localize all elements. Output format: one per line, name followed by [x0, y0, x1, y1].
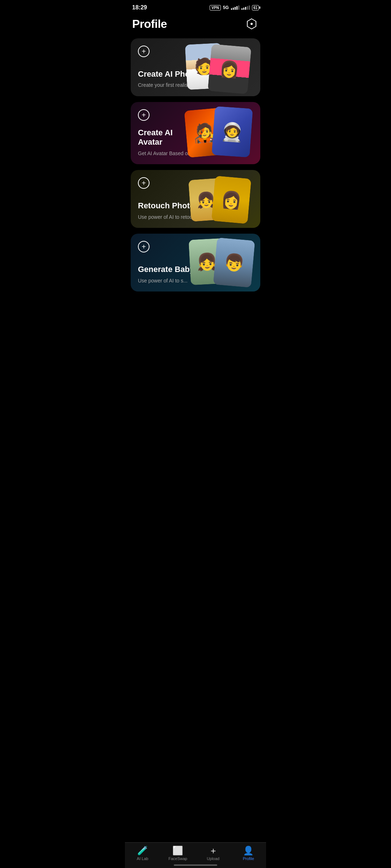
status-indicators: VPN 5G 61	[210, 5, 259, 10]
vpn-indicator: VPN	[210, 5, 221, 10]
signal-bars	[231, 5, 239, 10]
retouch-images: 👧 👩	[192, 174, 257, 228]
ai-avatar-plus-button[interactable]: +	[138, 109, 150, 121]
signal-bars-2	[241, 5, 250, 10]
retouch-after-card: 👩	[211, 176, 252, 224]
avatar-card-scifi: 🧑‍🚀	[211, 106, 253, 158]
baby-images: 👧 👦	[192, 237, 257, 292]
baby-card[interactable]: + Generate Baby Use power of AI to s... …	[131, 234, 260, 292]
retouch-card[interactable]: + Retouch Photo Use power of AI to retou…	[131, 170, 260, 228]
status-time: 18:29	[132, 4, 147, 11]
baby-boy-card: 👦	[213, 238, 255, 288]
retouch-plus-button[interactable]: +	[138, 177, 150, 189]
ai-photo-female-card: 👩	[208, 44, 252, 94]
baby-plus-button[interactable]: +	[138, 241, 150, 252]
ai-avatar-images: 🧑‍🎤 🧑‍🚀	[192, 106, 257, 160]
page-header: Profile	[125, 13, 266, 38]
ai-photo-images: 🧑 👩	[192, 42, 257, 96]
ai-photo-card[interactable]: + Create AI Photo Create your first real…	[131, 38, 260, 96]
settings-icon	[246, 18, 257, 30]
page-title: Profile	[132, 17, 167, 31]
ai-photo-plus-button[interactable]: +	[138, 46, 150, 57]
settings-button[interactable]	[244, 17, 259, 31]
battery-indicator: 61	[252, 5, 259, 10]
network-type: 5G	[223, 5, 229, 10]
cards-container: + Create AI Photo Create your first real…	[125, 38, 266, 324]
ai-avatar-card[interactable]: + Create AIAvatar Get AI Avatar Based on…	[131, 102, 260, 164]
svg-point-1	[251, 23, 253, 25]
status-bar: 18:29 VPN 5G 61	[125, 0, 266, 13]
